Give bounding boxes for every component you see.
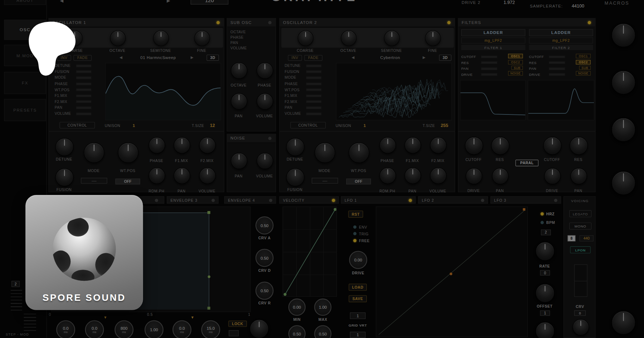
splash-card[interactable]: SPORE SOUND bbox=[25, 195, 143, 310]
synth-ui-root: ◀ ▶ 120 GRAPHITE DRIVE 2 1.972 SAMPLERAT… bbox=[0, 0, 644, 338]
brand-name: SPORE SOUND bbox=[25, 292, 143, 303]
spore-ball-icon bbox=[25, 202, 143, 297]
splash-blob bbox=[25, 16, 82, 82]
